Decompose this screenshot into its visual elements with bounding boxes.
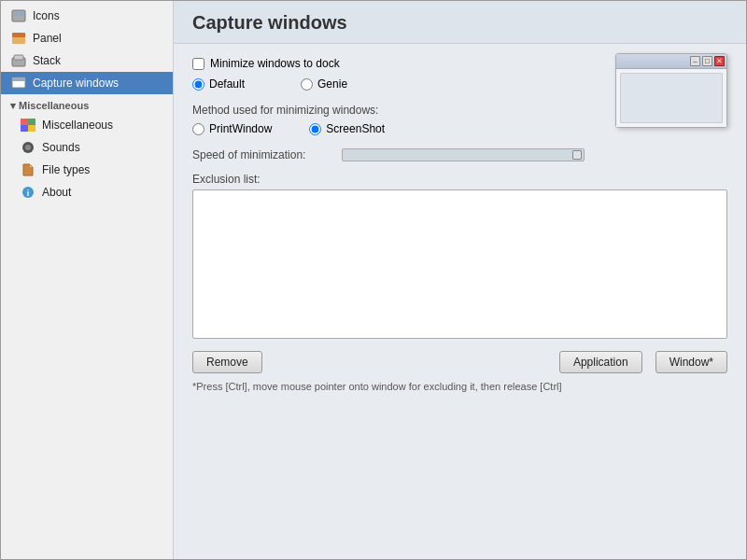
sidebar-item-miscellaneous[interactable]: Miscellaneous <box>1 114 173 136</box>
sidebar-label-capture-windows: Capture windows <box>33 77 119 90</box>
svg-rect-9 <box>21 119 28 125</box>
printwindow-radio-option[interactable]: PrintWindow <box>192 122 272 135</box>
svg-rect-1 <box>14 12 18 16</box>
svg-text:i: i <box>27 189 30 198</box>
minimize-checkbox[interactable] <box>192 58 204 70</box>
preview-titlebar: – □ ✕ <box>616 54 726 69</box>
stack-icon <box>10 52 27 69</box>
sidebar-label-about: About <box>42 186 71 199</box>
svg-rect-10 <box>28 119 35 125</box>
miscellaneous-icon <box>20 117 36 133</box>
preview-close-btn: ✕ <box>714 56 725 66</box>
minimize-label: Minimize windows to dock <box>210 57 340 70</box>
exclusion-label: Exclusion list: <box>192 173 727 186</box>
speed-label: Speed of minimization: <box>192 148 342 161</box>
icons-icon <box>10 7 27 24</box>
capture-icon <box>10 75 27 91</box>
genie-label: Genie <box>317 77 347 91</box>
exclusion-textarea[interactable] <box>192 189 727 339</box>
sidebar-item-icons[interactable]: Icons <box>1 5 173 27</box>
sidebar-item-sounds[interactable]: Sounds <box>1 136 173 159</box>
button-row: Remove Application Window* <box>192 351 727 373</box>
application-button[interactable]: Application <box>559 351 642 373</box>
sidebar-item-about[interactable]: i About <box>1 181 173 203</box>
speed-row: Speed of minimization: <box>192 148 727 161</box>
page-title: Capture windows <box>174 1 746 44</box>
screenshot-label: ScreenShot <box>326 122 385 135</box>
window-preview: – □ ✕ <box>615 53 727 128</box>
svg-rect-8 <box>12 77 25 81</box>
sidebar: Icons Panel Stack Capture windows ▾ Misc… <box>1 1 174 559</box>
sidebar-label-stack: Stack <box>33 54 61 67</box>
svg-point-14 <box>25 145 31 150</box>
preview-maximize-btn: □ <box>702 56 712 66</box>
sidebar-label-miscellaneous: Miscellaneous <box>42 119 113 132</box>
svg-rect-11 <box>21 125 28 132</box>
default-label: Default <box>209 77 245 91</box>
sidebar-label-icons: Icons <box>33 9 60 22</box>
screenshot-radio-option[interactable]: ScreenShot <box>309 122 385 135</box>
svg-rect-6 <box>14 55 23 60</box>
sidebar-label-panel: Panel <box>33 32 62 45</box>
file-types-icon <box>20 161 36 178</box>
svg-rect-4 <box>12 33 25 37</box>
panel-icon <box>10 30 27 47</box>
window-button[interactable]: Window* <box>655 351 727 373</box>
remove-button[interactable]: Remove <box>192 351 262 373</box>
default-radio-option[interactable]: Default <box>192 77 245 91</box>
speed-track <box>342 148 585 161</box>
sidebar-item-panel[interactable]: Panel <box>1 27 173 49</box>
default-radio[interactable] <box>192 78 204 91</box>
sidebar-item-stack[interactable]: Stack <box>1 49 173 72</box>
svg-rect-12 <box>28 125 35 132</box>
preview-frame: – □ ✕ <box>615 53 727 128</box>
sidebar-item-file-types[interactable]: File types <box>1 159 173 181</box>
svg-rect-2 <box>20 12 23 16</box>
genie-radio[interactable] <box>301 78 313 91</box>
printwindow-label: PrintWindow <box>209 122 272 135</box>
genie-radio-option[interactable]: Genie <box>301 77 347 91</box>
content-area: – □ ✕ Minimize windows to dock <box>174 44 746 559</box>
speed-thumb <box>572 150 582 160</box>
section-miscellaneous-header: ▾ Miscellaneous <box>1 94 173 114</box>
hint-text: *Press [Ctrl], move mouse pointer onto w… <box>192 381 727 392</box>
about-icon: i <box>20 184 36 201</box>
sidebar-label-sounds: Sounds <box>42 141 80 154</box>
preview-body <box>616 69 726 127</box>
preview-minimize-btn: – <box>690 56 700 66</box>
sidebar-item-capture-windows[interactable]: Capture windows <box>1 72 173 94</box>
screenshot-radio[interactable] <box>309 123 321 135</box>
sidebar-label-file-types: File types <box>42 163 90 176</box>
sounds-icon <box>20 139 36 156</box>
main-content: Capture windows – □ ✕ Minimiz <box>174 1 746 559</box>
printwindow-radio[interactable] <box>192 123 204 135</box>
